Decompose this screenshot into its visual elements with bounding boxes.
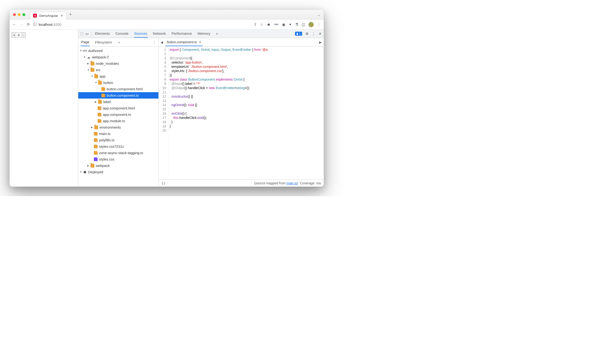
tab-sources[interactable]: Sources xyxy=(134,30,148,38)
devtools-tabs: Elements Console Sources Network Perform… xyxy=(95,30,293,38)
status-text: (source mapped from main.js) Coverage: n… xyxy=(254,181,321,185)
source-map-link[interactable]: main.js xyxy=(286,181,297,185)
tree-zone[interactable]: zone-async-stack-tagging.ts xyxy=(78,150,158,156)
tree-button-folder[interactable]: ▼button xyxy=(78,79,158,86)
devtools-tabbar: ⬚ ▭ Elements Console Sources Network Per… xyxy=(78,29,323,38)
file-tree-pane: Page Filesystem » ⋮ ▼</>Authored ▼☁webpa… xyxy=(78,38,159,186)
more-tabs-icon[interactable]: » xyxy=(216,30,219,38)
code-editor: ◀ button.component.ts ✕ ▶ 12345678910111… xyxy=(159,38,323,186)
device-toolbar-icon[interactable]: ▭ xyxy=(85,32,89,36)
reload-button[interactable]: ⟳ xyxy=(27,22,30,27)
angular-favicon-icon: A xyxy=(33,14,37,17)
issues-badge[interactable]: ▮ 1 xyxy=(295,32,302,36)
address-field[interactable]: ⓘ localhost:4200 xyxy=(33,22,250,27)
extensions-icon[interactable]: ✦ xyxy=(289,22,292,27)
site-info-icon[interactable]: ⓘ xyxy=(33,22,37,27)
share-icon[interactable]: ⇪ xyxy=(254,22,257,27)
back-button[interactable]: ← xyxy=(13,23,16,27)
nav-forward-icon[interactable]: ▶ xyxy=(319,40,322,44)
tab-memory[interactable]: Memory xyxy=(197,30,211,38)
more-subtabs-icon[interactable]: » xyxy=(118,40,120,44)
tree-webpack-folder[interactable]: ▶webpack xyxy=(78,162,158,169)
titlebar: A DemoAngular ✕ + ⌄ xyxy=(10,10,323,20)
menu-icon[interactable]: ⋮ xyxy=(317,22,321,27)
tree-main-ts[interactable]: main.ts xyxy=(78,130,158,137)
tree-menu-icon[interactable]: ⋮ xyxy=(153,40,156,44)
url-bar: ← → ⟳ ⓘ localhost:4200 ⇪ ☆ ☻ 👓 ◉ ✦ ⚗ ◫ ⋮ xyxy=(10,20,323,29)
editor-statusbar: {} (source mapped from main.js) Coverage… xyxy=(159,179,323,186)
tab-performance[interactable]: Performance xyxy=(171,30,193,38)
tab-title: DemoAngular xyxy=(39,14,58,17)
tree-app-module[interactable]: app.module.ts xyxy=(78,118,158,124)
maximize-window-icon[interactable] xyxy=(23,13,25,16)
subtab-page[interactable]: Page xyxy=(81,38,90,46)
page-viewport: + 0 - xyxy=(10,29,78,186)
forward-button[interactable]: → xyxy=(20,23,23,27)
extension-icon[interactable]: ☻ xyxy=(267,23,271,27)
sidepanel-icon[interactable]: ◫ xyxy=(302,22,305,27)
tab-network[interactable]: Network xyxy=(153,30,167,38)
tree-styles-hash[interactable]: styles.css?231c xyxy=(78,143,158,150)
tree-webpack[interactable]: ▼☁webpack:// xyxy=(78,54,158,60)
sources-subtabs: Page Filesystem » ⋮ xyxy=(78,38,158,47)
traffic-lights xyxy=(13,13,25,16)
browser-tab[interactable]: A DemoAngular ✕ xyxy=(30,12,66,20)
nav-back-icon[interactable]: ◀ xyxy=(160,40,163,44)
tree-styles-css[interactable]: styles.css xyxy=(78,156,158,162)
editor-tabbar: ◀ button.component.ts ✕ ▶ xyxy=(159,38,323,47)
tree-button-ts[interactable]: button.component.ts xyxy=(78,92,158,99)
subtab-filesystem[interactable]: Filesystem xyxy=(95,39,113,46)
profile-avatar[interactable] xyxy=(309,22,314,27)
close-file-icon[interactable]: ✕ xyxy=(199,40,201,44)
sources-panel: Page Filesystem » ⋮ ▼</>Authored ▼☁webpa… xyxy=(78,38,323,186)
tree-app[interactable]: ▼app xyxy=(78,73,158,79)
tree-polyfills[interactable]: polyfills.ts xyxy=(78,137,158,143)
code-body[interactable]: import { Component, OnInit, Input, Outpu… xyxy=(168,47,323,179)
tab-elements[interactable]: Elements xyxy=(95,30,110,38)
close-window-icon[interactable] xyxy=(13,13,16,16)
tree-node-modules[interactable]: ▶node_modules xyxy=(78,60,158,67)
increment-button[interactable]: + xyxy=(12,33,16,37)
labs-icon[interactable]: ⚗ xyxy=(295,22,298,27)
counter-widget: + 0 - xyxy=(12,32,26,38)
bookmark-icon[interactable]: ☆ xyxy=(260,22,263,27)
tree-app-html[interactable]: app.component.html xyxy=(78,105,158,111)
browser-window: A DemoAngular ✕ + ⌄ ← → ⟳ ⓘ localhost:42… xyxy=(10,10,324,187)
editor-tab-name: button.component.ts xyxy=(167,40,197,44)
close-tab-icon[interactable]: ✕ xyxy=(61,14,63,17)
code-view[interactable]: 1234567891011121314151617181920 import {… xyxy=(159,47,323,179)
tree-environments[interactable]: ▶environments xyxy=(78,124,158,130)
tree-authored[interactable]: ▼</>Authored xyxy=(78,48,158,54)
devtools-ext-icon[interactable]: ◉ xyxy=(282,22,285,27)
tree-app-ts[interactable]: app.component.ts xyxy=(78,111,158,118)
devtools-panel: ⬚ ▭ Elements Console Sources Network Per… xyxy=(78,29,323,186)
expand-tabs-icon[interactable]: ⌄ xyxy=(317,13,320,16)
settings-icon[interactable]: ⚙ xyxy=(305,32,309,36)
inspect-element-icon[interactable]: ⬚ xyxy=(80,32,83,36)
close-devtools-icon[interactable]: ✕ xyxy=(319,32,322,36)
pretty-print-icon[interactable]: {} xyxy=(161,181,166,185)
editor-tab[interactable]: button.component.ts ✕ xyxy=(166,39,203,46)
tree-button-html[interactable]: button.component.html xyxy=(78,86,158,92)
kebab-menu-icon[interactable]: ⋮ xyxy=(312,32,315,36)
new-tab-button[interactable]: + xyxy=(69,12,72,17)
incognito-icon[interactable]: 👓 xyxy=(274,22,279,27)
counter-value: 0 xyxy=(16,33,21,37)
file-tree: ▼</>Authored ▼☁webpack:// ▶node_modules … xyxy=(78,47,158,186)
line-gutter: 1234567891011121314151617181920 xyxy=(159,47,168,179)
tab-console[interactable]: Console xyxy=(115,30,129,38)
tree-src[interactable]: ▼src xyxy=(78,67,158,73)
toolbar-icons: ⇪ ☆ ☻ 👓 ◉ ✦ ⚗ ◫ ⋮ xyxy=(254,22,321,27)
tree-deployed[interactable]: ▼⬢Deployed xyxy=(78,169,158,175)
tree-label-folder[interactable]: ▶label xyxy=(78,99,158,105)
minimize-window-icon[interactable] xyxy=(18,13,21,16)
decrement-button[interactable]: - xyxy=(21,33,26,37)
content-area: + 0 - ⬚ ▭ Elements Console Sources Netwo… xyxy=(10,29,323,186)
